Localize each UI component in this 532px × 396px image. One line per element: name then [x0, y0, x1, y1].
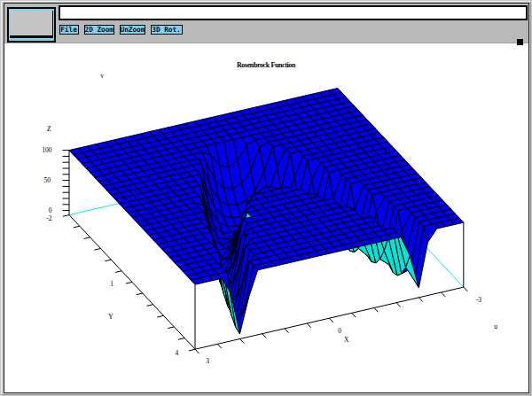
pane-grip[interactable]: [517, 39, 523, 46]
3d-rot-button[interactable]: 3D Rot.: [151, 25, 183, 35]
app-window: Rosenbrock Function v u Z Y X 100 50 0 -…: [0, 0, 532, 396]
2d-zoom-button[interactable]: 2D Zoom: [84, 25, 114, 35]
toolbar-layer: File 2D Zoom UnZoom 3D Rot.: [4, 3, 528, 392]
file-button[interactable]: File: [59, 25, 79, 35]
unzoom-button[interactable]: UnZoom: [120, 25, 146, 35]
status-box-inner: [10, 11, 53, 38]
status-box: [7, 7, 56, 43]
message-field[interactable]: [59, 5, 528, 20]
toolbar: File 2D Zoom UnZoom 3D Rot.: [4, 4, 528, 43]
